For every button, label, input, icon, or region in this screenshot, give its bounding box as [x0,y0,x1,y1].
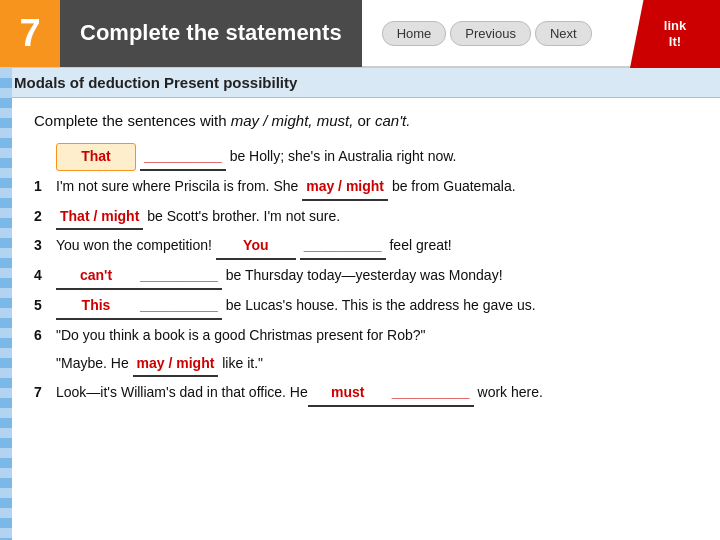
wavy-border-decoration [0,68,12,540]
header: 7 Complete the statements Home Previous … [0,0,720,68]
subheader: Modals of deduction Present possibility [0,68,720,98]
sentence-row-1: 1 I'm not sure where Priscila is from. S… [34,175,700,201]
nav-buttons: Home Previous Next [382,21,592,46]
answer-5: This [56,294,136,320]
sentence-row-7: 7 Look—it's William's dad in that office… [34,381,700,407]
row-number-5: 5 [34,294,56,318]
row-content-3: You won the competition! You __________ … [56,234,700,260]
logo-text: linkIt! [664,18,686,49]
answer-5b[interactable]: __________ [136,294,222,320]
lesson-number: 7 [19,12,40,55]
answer-2: That / might [56,205,143,231]
intro-suffix: __________ be Holly; she's in Australia … [140,148,457,164]
row-content-6b: "Maybe. He may / might like it." [56,352,700,378]
sentence-row-4: 4 can't__________ be Thursday today—yest… [34,264,700,290]
home-button[interactable]: Home [382,21,447,46]
sentence-row-6b: "Maybe. He may / might like it." [34,352,700,378]
intro-sentence-row: That __________ be Holly; she's in Austr… [34,143,700,171]
row-content-2: That / might be Scott's brother. I'm not… [56,205,700,231]
number-badge: 7 [0,0,60,67]
page-title: Complete the statements [80,20,342,46]
row-content-5: This__________ be Lucas's house. This is… [56,294,700,320]
row-number-3: 3 [34,234,56,258]
intro-blank[interactable]: __________ [140,145,226,171]
answer-3b[interactable]: __________ [300,234,386,260]
row-number-2: 2 [34,205,56,229]
logo-area: linkIt! [630,0,720,68]
sentence-row-3: 3 You won the competition! You _________… [34,234,700,260]
answer-7b[interactable]: __________ [388,381,474,407]
instruction: Complete the sentences with may / might,… [34,112,700,129]
subheader-text: Modals of deduction Present possibility [14,74,297,91]
sentence-row-2: 2 That / might be Scott's brother. I'm n… [34,205,700,231]
sentences-container: That __________ be Holly; she's in Austr… [34,143,700,407]
intro-row-content: That __________ be Holly; she's in Austr… [56,143,700,171]
main-content: Complete the sentences with may / might,… [14,98,720,421]
row-content-6: "Do you think a book is a good Christmas… [56,324,700,348]
row-content-1: I'm not sure where Priscila is from. She… [56,175,700,201]
sentence-row-5: 5 This__________ be Lucas's house. This … [34,294,700,320]
sentence-row-6: 6 "Do you think a book is a good Christm… [34,324,700,348]
answer-6: may / might [133,352,219,378]
answer-1: may / might [302,175,388,201]
row-content-4: can't__________ be Thursday today—yester… [56,264,700,290]
title-box: Complete the statements [60,0,362,67]
row-number-1: 1 [34,175,56,199]
answer-3: You [216,234,296,260]
answer-7: must [308,381,388,407]
answer-4b[interactable]: __________ [136,264,222,290]
row-number-6: 6 [34,324,56,348]
previous-button[interactable]: Previous [450,21,531,46]
content-wrapper: Complete the sentences with may / might,… [14,98,720,421]
row-number-4: 4 [34,264,56,288]
row-number-7: 7 [34,381,56,405]
row-content-7: Look—it's William's dad in that office. … [56,381,700,407]
answer-4: can't [56,264,136,290]
next-button[interactable]: Next [535,21,592,46]
intro-answer-box: That [56,143,136,171]
